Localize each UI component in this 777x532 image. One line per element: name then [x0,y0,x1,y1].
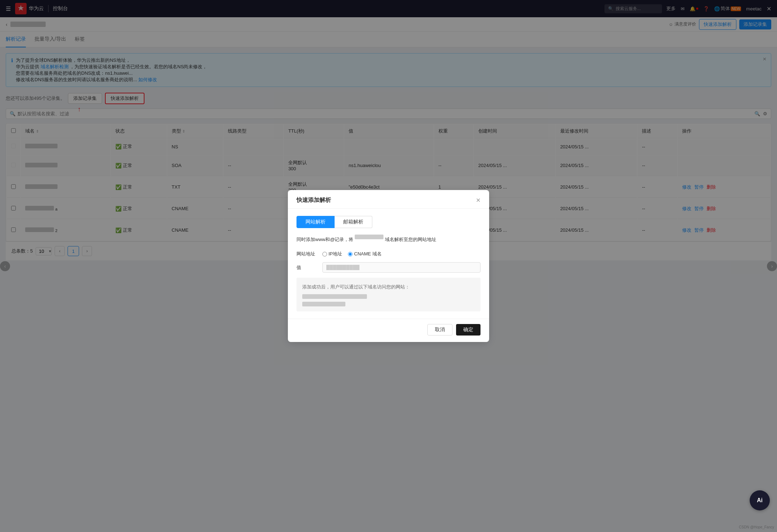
ai-assistant-button[interactable]: Ai [750,490,770,510]
tab-website-analysis[interactable]: 网站解析 [296,216,335,228]
quick-add-modal: 快速添加解析 ✕ 网站解析 邮箱解析 同时添加www和@记录，将 域名解析至您的… [288,190,489,342]
website-label: 网站地址 [296,251,322,257]
result-line1 [302,294,367,299]
modal-body: 网站解析 邮箱解析 同时添加www和@记录，将 域名解析至您的网站地址 网站地址… [288,209,489,318]
result-box: 添加成功后，用户可以通过以下域名访问您的网站： [296,278,481,311]
value-input-container [322,262,481,273]
website-address-row: 网站地址 IP地址 CNAME 域名 [296,251,481,257]
modal-description: 同时添加www和@记录，将 域名解析至您的网站地址 [296,235,481,245]
result-line2 [302,302,345,306]
modal-header: 快速添加解析 ✕ [288,190,489,209]
ip-radio-label[interactable]: IP地址 [322,251,342,257]
cname-radio-label[interactable]: CNAME 域名 [348,251,382,257]
modal-title: 快速添加解析 [296,196,331,204]
value-label: 值 [296,264,322,271]
value-input[interactable] [322,262,481,273]
cancel-button[interactable]: 取消 [427,324,452,336]
modal-footer: 取消 确定 [288,319,489,342]
ip-radio[interactable] [322,252,327,256]
confirm-button[interactable]: 确定 [456,324,481,336]
tab-email-analysis[interactable]: 邮箱解析 [335,216,372,228]
address-type-radio: IP地址 CNAME 域名 [322,251,481,257]
value-row: 值 [296,262,481,273]
domain-blurred [355,235,383,239]
modal-tabs: 网站解析 邮箱解析 [296,216,481,228]
cname-radio[interactable] [348,252,353,256]
modal-overlay: 快速添加解析 ✕ 网站解析 邮箱解析 同时添加www和@记录，将 域名解析至您的… [0,0,777,532]
modal-close-button[interactable]: ✕ [476,197,481,204]
